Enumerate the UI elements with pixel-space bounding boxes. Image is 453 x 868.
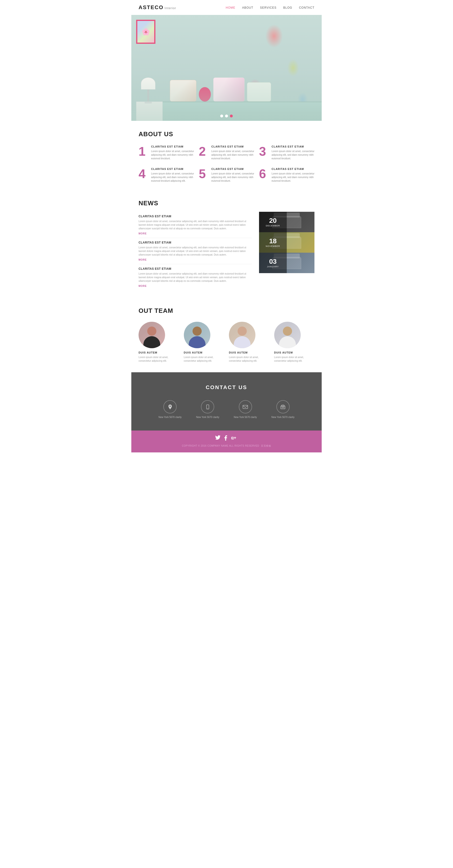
logo[interactable]: ASTECO Interior (139, 4, 176, 10)
team-bio-4: Lorem ipsum dolor sit amet, consectetur … (274, 355, 315, 363)
person-silhouette-1 (139, 322, 165, 348)
news-title: NEWS (139, 199, 314, 207)
nav-link-contact[interactable]: CONTACT (299, 6, 314, 9)
about-number-2: 2 (199, 145, 208, 158)
contact-section: CONTACT US New York 5670 clarity New Yor… (131, 372, 322, 431)
news-date-overlay-2: 18 NOVEMBER (259, 232, 287, 253)
nav-item-services[interactable]: SERVICES (260, 5, 276, 10)
contact-text-phone: New York 5670 clarity (196, 416, 219, 418)
news-item-2: CLARITAS EST ETIAM Lorem ipsum dolor sit… (139, 238, 252, 264)
about-item-1: 1 CLARITAS EST ETIAM Lorem ipsum dolor s… (139, 145, 194, 160)
nav-link-services[interactable]: SERVICES (260, 6, 276, 9)
about-text-4: CLARITAS EST ETIAM Lorem ipsum dolor sit… (151, 167, 194, 183)
nav-links: HOME ABOUT SERVICES BLOG CONTACT (226, 5, 314, 10)
contact-text-fax: New York 5670 clarity (271, 416, 294, 418)
news-date-overlay-1: 20 DECEMBER (259, 212, 287, 232)
about-text-5: CLARITAS EST ETIAM Lorem ipsum dolor sit… (211, 167, 254, 183)
person-body-2 (189, 336, 205, 348)
nav-item-home[interactable]: HOME (226, 5, 235, 10)
about-item-6: 6 CLARITAS EST ETIAM Lorem ipsum dolor s… (259, 167, 314, 183)
fax-icon (276, 400, 290, 413)
news-heading-1: CLARITAS EST ETIAM (139, 215, 252, 218)
navbar: ASTECO Interior HOME ABOUT SERVICES BLOG… (131, 0, 322, 15)
about-heading-2: CLARITAS EST ETIAM (211, 145, 254, 148)
about-body-2: Lorem ipsum dolor sit amet, consectetur … (211, 149, 254, 160)
about-heading-5: CLARITAS EST ETIAM (211, 167, 254, 170)
about-number-6: 6 (259, 167, 269, 180)
googleplus-icon[interactable]: g+ (231, 435, 238, 442)
news-date-num-2: 18 (269, 238, 277, 245)
location-icon (163, 400, 177, 413)
nav-link-about[interactable]: ABOUT (242, 6, 253, 9)
news-more-1[interactable]: MORE (139, 232, 252, 235)
person-silhouette-4 (274, 322, 301, 348)
team-bio-1: Lorem ipsum dolor sit amet, consectetur … (139, 355, 179, 363)
news-images: 20 DECEMBER 18 NOVEMBER 03 J (259, 212, 314, 290)
news-image-2[interactable]: 18 NOVEMBER (259, 232, 314, 253)
nav-item-about[interactable]: ABOUT (242, 5, 253, 10)
about-number-3: 3 (259, 145, 269, 158)
about-item-3: 3 CLARITAS EST ETIAM Lorem ipsum dolor s… (259, 145, 314, 160)
news-more-2[interactable]: MORE (139, 258, 252, 261)
about-body-6: Lorem ipsum dolor sit amet, consectetur … (272, 172, 314, 183)
slider-dot-2[interactable] (225, 115, 228, 118)
team-member-3: DUIS AUTEM Lorem ipsum dolor sit amet, c… (229, 322, 270, 363)
twitter-icon[interactable] (215, 435, 221, 442)
team-avatar-3 (229, 322, 255, 348)
nav-link-home[interactable]: HOME (226, 6, 235, 9)
nav-item-blog[interactable]: BLOG (283, 5, 292, 10)
news-image-1[interactable]: 20 DECEMBER (259, 212, 314, 232)
news-date-overlay-3: 03 JANUARY (259, 253, 287, 273)
person-body-4 (279, 336, 296, 348)
news-image-3[interactable]: 03 JANUARY (259, 253, 314, 273)
hero-frame: 🌸 (136, 20, 155, 44)
about-body-4: Lorem ipsum dolor sit amet, consectetur … (151, 172, 194, 183)
news-date-num-3: 03 (269, 258, 277, 265)
person-body-1 (143, 336, 160, 348)
contact-icons: New York 5670 clarity New York 5670 clar… (139, 400, 314, 418)
news-inner: CLARITAS EST ETIAM Lorem ipsum dolor sit… (139, 212, 314, 290)
news-date-month-1: DECEMBER (266, 224, 280, 227)
slider-dot-1[interactable] (220, 115, 223, 118)
team-name-1: DUIS AUTEM (139, 351, 179, 354)
person-head-4 (283, 327, 292, 336)
news-list: CLARITAS EST ETIAM Lorem ipsum dolor sit… (139, 212, 252, 290)
about-text-2: CLARITAS EST ETIAM Lorem ipsum dolor sit… (211, 145, 254, 160)
about-body-5: Lorem ipsum dolor sit amet, consectetur … (211, 172, 254, 183)
person-silhouette-3 (229, 322, 255, 348)
about-text-3: CLARITAS EST ETIAM Lorem ipsum dolor sit… (272, 145, 314, 160)
team-member-4: DUIS AUTEM Lorem ipsum dolor sit amet, c… (274, 322, 315, 363)
news-date-month-2: NOVEMBER (266, 245, 280, 247)
slider-dots (220, 115, 233, 118)
team-member-2: DUIS AUTEM Lorem ipsum dolor sit amet, c… (184, 322, 224, 363)
contact-text-email: New York 5670 clarity (234, 416, 257, 418)
news-body-1: Lorem ipsum dolor sit amet, consectetur … (139, 219, 252, 230)
news-heading-3: CLARITAS EST ETIAM (139, 267, 252, 271)
logo-sub: Interior (165, 6, 176, 10)
news-item-1: CLARITAS EST ETIAM Lorem ipsum dolor sit… (139, 212, 252, 238)
facebook-icon[interactable] (224, 435, 227, 442)
footer: g+ COPYRIGHT © 2016 COMPANY NAME ALL RIG… (131, 431, 322, 453)
footer-brand: 百页模板 (261, 444, 271, 447)
news-section: NEWS CLARITAS EST ETIAM Lorem ipsum dolo… (131, 192, 322, 298)
about-heading-3: CLARITAS EST ETIAM (272, 145, 314, 148)
team-avatar-2 (184, 322, 210, 348)
person-body-3 (234, 336, 251, 348)
contact-text-location: New York 5670 clarity (159, 416, 182, 418)
team-grid: DUIS AUTEM Lorem ipsum dolor sit amet, c… (139, 322, 314, 363)
about-section: ABOUT US 1 CLARITAS EST ETIAM Lorem ipsu… (131, 121, 322, 192)
contact-title: CONTACT US (139, 384, 314, 391)
about-heading-6: CLARITAS EST ETIAM (272, 167, 314, 170)
nav-link-blog[interactable]: BLOG (283, 6, 292, 9)
about-heading-4: CLARITAS EST ETIAM (151, 167, 194, 170)
news-body-3: Lorem ipsum dolor sit amet, consectetur … (139, 272, 252, 283)
slider-dot-3[interactable] (230, 115, 233, 118)
person-silhouette-2 (184, 322, 210, 348)
team-name-4: DUIS AUTEM (274, 351, 315, 354)
contact-item-email: New York 5670 clarity (234, 400, 257, 418)
about-number-1: 1 (139, 145, 148, 158)
footer-social: g+ (139, 435, 314, 442)
news-more-3[interactable]: MORE (139, 285, 252, 287)
nav-item-contact[interactable]: CONTACT (299, 5, 314, 10)
about-item-5: 5 CLARITAS EST ETIAM Lorem ipsum dolor s… (199, 167, 254, 183)
